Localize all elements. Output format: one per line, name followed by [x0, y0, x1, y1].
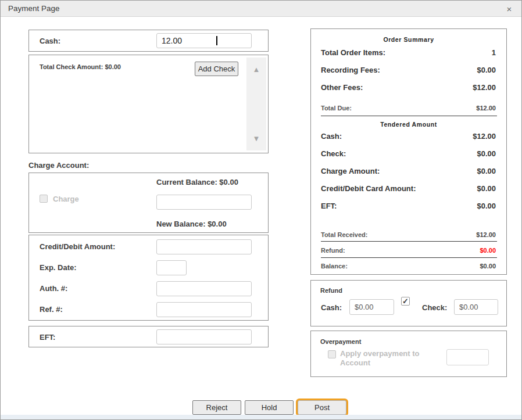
order-summary-title: Order Summary [311, 36, 506, 43]
refund-cash-label: Cash: [321, 303, 342, 312]
row-label: Cash: [321, 132, 342, 141]
refund-check-input[interactable] [454, 299, 498, 315]
divider [321, 241, 497, 242]
refund-checkbox[interactable]: ✓ [401, 297, 410, 306]
refund-cash-input[interactable] [349, 299, 394, 315]
row-label: Recording Fees: [321, 66, 380, 74]
row-label: Charge Amount: [321, 167, 380, 175]
row-label: Other Fees: [321, 83, 363, 92]
row-label: Total Due: [321, 105, 352, 112]
exp-date-input[interactable] [156, 260, 187, 275]
refund-check-label: Check: [422, 303, 447, 312]
charge-account-section: Current Balance: $0.00 Charge New Balanc… [28, 173, 269, 233]
summary-row-recording-fees: Recording Fees: $0.00 [321, 66, 496, 74]
row-value: $0.00 [477, 66, 496, 74]
summary-row-refund: Refund: $0.00 [321, 247, 496, 254]
ref-number-label: Ref. #: [40, 305, 63, 314]
dialog-title: Payment Page [1, 4, 60, 13]
row-value: $12.00 [476, 231, 496, 238]
refund-section: Refund Cash: ✓ Check: [310, 280, 507, 326]
eft-section: EFT: [28, 326, 269, 347]
row-value: $12.00 [476, 105, 496, 112]
tendered-amount-title: Tendered Amount [311, 121, 506, 128]
hold-button[interactable]: Hold [245, 400, 294, 415]
auth-number-input[interactable] [156, 281, 252, 296]
payment-page-dialog: Payment Page × Cash: Total Check Amount:… [0, 0, 522, 420]
credit-debit-section: Credit/Debit Amount: Exp. Date: Auth. #:… [28, 235, 269, 321]
reject-button[interactable]: Reject [192, 400, 241, 415]
check-list-section: Total Check Amount: $0.00 Add Check ▲ ▼ [28, 55, 269, 153]
row-value: 1 [492, 48, 496, 57]
tendered-row-check: Check: $0.00 [321, 149, 496, 158]
apply-overpayment-label: Apply overpayment to Account [340, 349, 445, 367]
tendered-row-charge-amount: Charge Amount: $0.00 [321, 167, 496, 175]
tendered-row-credit-debit: Credit/Debit Card Amount: $0.00 [321, 184, 496, 193]
row-label: Total Order Items: [321, 48, 385, 57]
row-value: $12.00 [473, 83, 496, 92]
cash-section: Cash: [28, 30, 269, 52]
refund-value: $0.00 [480, 247, 496, 254]
row-label: EFT: [321, 202, 337, 210]
title-bar: Payment Page × [1, 1, 521, 17]
tendered-row-eft: EFT: $0.00 [321, 202, 496, 210]
summary-row-total-received: Total Received: $12.00 [321, 231, 496, 238]
row-label: Refund: [321, 247, 345, 254]
summary-row-balance: Balance: $0.00 [321, 263, 496, 270]
row-value: $0.00 [477, 149, 496, 158]
row-label: Credit/Debit Card Amount: [321, 184, 416, 193]
post-button[interactable]: Post [298, 400, 346, 415]
eft-label: EFT: [40, 333, 55, 342]
divider [321, 257, 497, 258]
row-value: $0.00 [480, 263, 496, 270]
scroll-up-icon[interactable]: ▲ [253, 66, 260, 73]
summary-row-total-order-items: Total Order Items: 1 [321, 48, 496, 57]
window-bottom-strip [1, 415, 521, 419]
summary-row-other-fees: Other Fees: $12.00 [321, 83, 496, 92]
close-icon[interactable]: × [503, 2, 516, 15]
overpayment-title: Overpayment [320, 338, 361, 345]
row-label: Balance: [321, 263, 348, 270]
charge-amount-input[interactable] [156, 195, 252, 210]
divider [321, 116, 497, 116]
overpayment-amount-input[interactable] [446, 349, 489, 365]
credit-debit-amount-label: Credit/Debit Amount: [40, 242, 115, 251]
total-check-amount-label: Total Check Amount: $0.00 [40, 63, 121, 70]
refund-title: Refund [320, 287, 342, 294]
auth-number-label: Auth. #: [40, 284, 67, 293]
cash-input[interactable] [156, 33, 252, 48]
scroll-down-icon[interactable]: ▼ [253, 135, 260, 142]
exp-date-label: Exp. Date: [40, 263, 77, 272]
order-summary-section: Order Summary Total Order Items: 1 Recor… [310, 28, 507, 275]
add-check-button[interactable]: Add Check [195, 62, 238, 76]
new-balance-label: New Balance: $0.00 [156, 220, 227, 228]
charge-checkbox-label: Charge [53, 195, 79, 203]
credit-debit-amount-input[interactable] [156, 239, 252, 254]
row-value: $0.00 [477, 202, 496, 210]
cash-label: Cash: [40, 37, 60, 45]
eft-input[interactable] [156, 329, 252, 344]
charge-checkbox[interactable] [40, 195, 48, 203]
row-label: Check: [321, 149, 346, 158]
row-label: Total Received: [321, 231, 368, 238]
tendered-row-cash: Cash: $12.00 [321, 132, 496, 141]
row-value: $0.00 [477, 167, 496, 175]
text-cursor [216, 36, 217, 45]
row-value: $12.00 [473, 132, 496, 141]
overpayment-section: Overpayment Apply overpayment to Account [310, 331, 507, 377]
row-value: $0.00 [477, 184, 496, 193]
current-balance-label: Current Balance: $0.00 [156, 178, 238, 186]
charge-account-label: Charge Account: [28, 161, 89, 170]
checkmark-icon: ✓ [402, 297, 409, 306]
summary-row-total-due: Total Due: $12.00 [321, 105, 496, 112]
ref-number-input[interactable] [156, 302, 252, 317]
check-list-scrollbar[interactable]: ▲ ▼ [246, 58, 266, 150]
apply-overpayment-checkbox[interactable] [328, 350, 336, 358]
